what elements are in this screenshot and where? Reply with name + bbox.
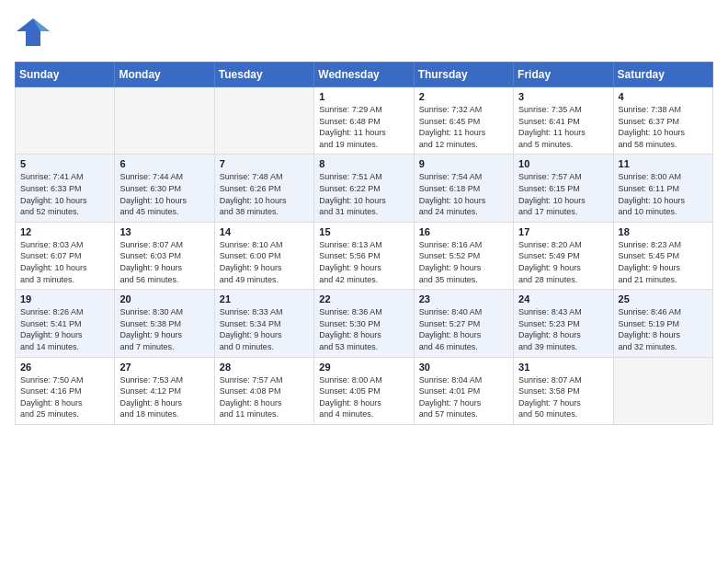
calendar-week-row: 5Sunrise: 7:41 AM Sunset: 6:33 PM Daylig…	[16, 155, 713, 222]
day-info: Sunrise: 7:44 AM Sunset: 6:30 PM Dayligh…	[119, 171, 209, 217]
day-number: 6	[119, 158, 209, 169]
calendar-cell: 12Sunrise: 8:03 AM Sunset: 6:07 PM Dayli…	[16, 222, 115, 289]
calendar-cell	[16, 87, 115, 155]
svg-marker-0	[17, 18, 50, 46]
day-info: Sunrise: 8:00 AM Sunset: 6:11 PM Dayligh…	[619, 171, 708, 217]
day-info: Sunrise: 8:43 AM Sunset: 5:23 PM Dayligh…	[518, 306, 608, 352]
day-info: Sunrise: 8:40 AM Sunset: 5:27 PM Dayligh…	[419, 306, 508, 352]
day-info: Sunrise: 7:35 AM Sunset: 6:41 PM Dayligh…	[518, 104, 608, 150]
calendar-week-row: 1Sunrise: 7:29 AM Sunset: 6:48 PM Daylig…	[16, 87, 713, 155]
calendar-week-row: 12Sunrise: 8:03 AM Sunset: 6:07 PM Dayli…	[16, 222, 713, 289]
day-info: Sunrise: 8:46 AM Sunset: 5:19 PM Dayligh…	[619, 306, 708, 352]
calendar-cell	[214, 87, 313, 155]
calendar-table: SundayMondayTuesdayWednesdayThursdayFrid…	[15, 62, 713, 425]
day-number: 17	[518, 226, 608, 237]
weekday-header: Saturday	[613, 63, 712, 87]
calendar-cell: 9Sunrise: 7:54 AM Sunset: 6:18 PM Daylig…	[414, 155, 513, 222]
day-number: 25	[619, 293, 708, 304]
day-number: 20	[119, 293, 209, 304]
day-info: Sunrise: 8:03 AM Sunset: 6:07 PM Dayligh…	[20, 239, 109, 285]
calendar-cell: 19Sunrise: 8:26 AM Sunset: 5:41 PM Dayli…	[16, 290, 115, 357]
day-info: Sunrise: 8:07 AM Sunset: 3:58 PM Dayligh…	[518, 374, 608, 420]
calendar-cell: 11Sunrise: 8:00 AM Sunset: 6:11 PM Dayli…	[613, 155, 712, 222]
day-number: 15	[319, 226, 408, 237]
calendar-cell: 28Sunrise: 7:57 AM Sunset: 4:08 PM Dayli…	[214, 357, 313, 424]
day-number: 5	[20, 158, 109, 169]
day-info: Sunrise: 7:41 AM Sunset: 6:33 PM Dayligh…	[20, 171, 109, 217]
calendar-header-row: SundayMondayTuesdayWednesdayThursdayFrid…	[16, 63, 713, 87]
day-number: 31	[518, 362, 608, 373]
day-number: 24	[518, 293, 608, 304]
calendar-cell: 2Sunrise: 7:32 AM Sunset: 6:45 PM Daylig…	[414, 87, 513, 155]
day-number: 1	[319, 91, 408, 102]
day-info: Sunrise: 7:51 AM Sunset: 6:22 PM Dayligh…	[319, 171, 408, 217]
day-number: 13	[119, 226, 209, 237]
weekday-header: Thursday	[414, 63, 513, 87]
day-info: Sunrise: 8:07 AM Sunset: 6:03 PM Dayligh…	[119, 239, 209, 285]
weekday-header: Tuesday	[214, 63, 313, 87]
day-number: 22	[319, 293, 408, 304]
calendar-cell: 30Sunrise: 8:04 AM Sunset: 4:01 PM Dayli…	[414, 357, 513, 424]
day-info: Sunrise: 8:00 AM Sunset: 4:05 PM Dayligh…	[319, 374, 408, 420]
logo-icon	[15, 15, 50, 54]
day-info: Sunrise: 7:50 AM Sunset: 4:16 PM Dayligh…	[20, 374, 109, 420]
calendar-cell: 3Sunrise: 7:35 AM Sunset: 6:41 PM Daylig…	[514, 87, 613, 155]
day-number: 19	[20, 293, 109, 304]
day-number: 10	[518, 158, 608, 169]
day-info: Sunrise: 8:30 AM Sunset: 5:38 PM Dayligh…	[119, 306, 209, 352]
day-info: Sunrise: 8:23 AM Sunset: 5:45 PM Dayligh…	[619, 239, 708, 285]
calendar-cell: 23Sunrise: 8:40 AM Sunset: 5:27 PM Dayli…	[414, 290, 513, 357]
logo	[15, 15, 53, 54]
day-number: 3	[518, 91, 608, 102]
day-info: Sunrise: 7:32 AM Sunset: 6:45 PM Dayligh…	[419, 104, 508, 150]
day-info: Sunrise: 7:54 AM Sunset: 6:18 PM Dayligh…	[419, 171, 508, 217]
calendar-week-row: 26Sunrise: 7:50 AM Sunset: 4:16 PM Dayli…	[16, 357, 713, 424]
day-number: 14	[220, 226, 309, 237]
calendar-cell: 14Sunrise: 8:10 AM Sunset: 6:00 PM Dayli…	[214, 222, 313, 289]
calendar-cell: 29Sunrise: 8:00 AM Sunset: 4:05 PM Dayli…	[314, 357, 414, 424]
calendar-cell: 5Sunrise: 7:41 AM Sunset: 6:33 PM Daylig…	[16, 155, 115, 222]
calendar-cell: 4Sunrise: 7:38 AM Sunset: 6:37 PM Daylig…	[613, 87, 712, 155]
calendar-cell: 8Sunrise: 7:51 AM Sunset: 6:22 PM Daylig…	[314, 155, 414, 222]
day-number: 18	[619, 226, 708, 237]
day-info: Sunrise: 8:10 AM Sunset: 6:00 PM Dayligh…	[220, 239, 309, 285]
day-number: 7	[220, 158, 309, 169]
day-info: Sunrise: 7:38 AM Sunset: 6:37 PM Dayligh…	[619, 104, 708, 150]
day-info: Sunrise: 7:53 AM Sunset: 4:12 PM Dayligh…	[119, 374, 209, 420]
day-number: 4	[619, 91, 708, 102]
day-number: 2	[419, 91, 508, 102]
calendar-cell: 18Sunrise: 8:23 AM Sunset: 5:45 PM Dayli…	[613, 222, 712, 289]
day-number: 8	[319, 158, 408, 169]
calendar-cell	[115, 87, 214, 155]
day-number: 21	[220, 293, 309, 304]
calendar-cell: 21Sunrise: 8:33 AM Sunset: 5:34 PM Dayli…	[214, 290, 313, 357]
day-info: Sunrise: 7:57 AM Sunset: 6:15 PM Dayligh…	[518, 171, 608, 217]
calendar-cell: 13Sunrise: 8:07 AM Sunset: 6:03 PM Dayli…	[115, 222, 214, 289]
calendar-cell: 22Sunrise: 8:36 AM Sunset: 5:30 PM Dayli…	[314, 290, 414, 357]
day-info: Sunrise: 7:29 AM Sunset: 6:48 PM Dayligh…	[319, 104, 408, 150]
day-info: Sunrise: 7:57 AM Sunset: 4:08 PM Dayligh…	[220, 374, 309, 420]
day-number: 30	[419, 362, 508, 373]
day-info: Sunrise: 8:20 AM Sunset: 5:49 PM Dayligh…	[518, 239, 608, 285]
calendar-week-row: 19Sunrise: 8:26 AM Sunset: 5:41 PM Dayli…	[16, 290, 713, 357]
page-header	[15, 15, 713, 54]
calendar-cell: 31Sunrise: 8:07 AM Sunset: 3:58 PM Dayli…	[514, 357, 613, 424]
calendar-cell: 10Sunrise: 7:57 AM Sunset: 6:15 PM Dayli…	[514, 155, 613, 222]
day-info: Sunrise: 8:16 AM Sunset: 5:52 PM Dayligh…	[419, 239, 508, 285]
calendar-cell: 7Sunrise: 7:48 AM Sunset: 6:26 PM Daylig…	[214, 155, 313, 222]
calendar-cell: 1Sunrise: 7:29 AM Sunset: 6:48 PM Daylig…	[314, 87, 414, 155]
day-number: 9	[419, 158, 508, 169]
day-number: 11	[619, 158, 708, 169]
calendar-cell: 26Sunrise: 7:50 AM Sunset: 4:16 PM Dayli…	[16, 357, 115, 424]
day-number: 28	[220, 362, 309, 373]
day-number: 16	[419, 226, 508, 237]
day-info: Sunrise: 8:26 AM Sunset: 5:41 PM Dayligh…	[20, 306, 109, 352]
day-info: Sunrise: 7:48 AM Sunset: 6:26 PM Dayligh…	[220, 171, 309, 217]
calendar-cell: 24Sunrise: 8:43 AM Sunset: 5:23 PM Dayli…	[514, 290, 613, 357]
weekday-header: Friday	[514, 63, 613, 87]
weekday-header: Sunday	[16, 63, 115, 87]
day-number: 27	[119, 362, 209, 373]
calendar-cell: 20Sunrise: 8:30 AM Sunset: 5:38 PM Dayli…	[115, 290, 214, 357]
day-number: 26	[20, 362, 109, 373]
calendar-cell: 27Sunrise: 7:53 AM Sunset: 4:12 PM Dayli…	[115, 357, 214, 424]
